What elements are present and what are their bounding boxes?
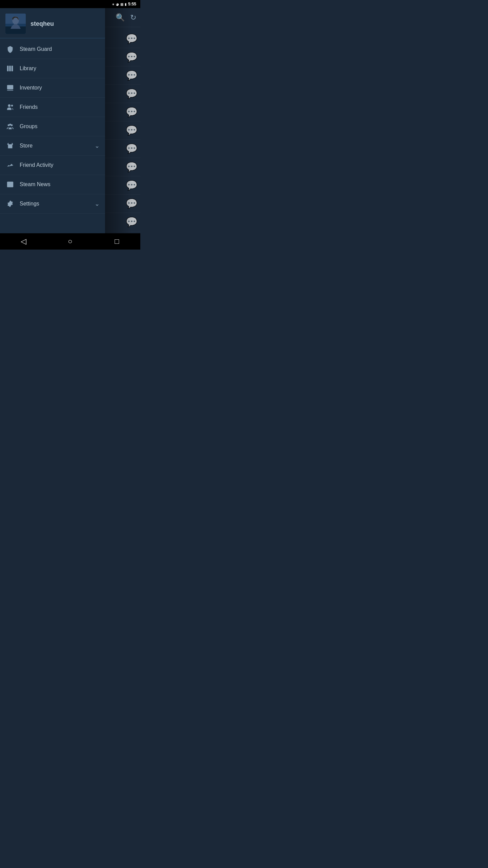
sidebar-item-steam-guard[interactable]: Steam Guard [0, 40, 105, 59]
sidebar-item-store[interactable]: Store ⌄ [0, 136, 105, 156]
sidebar-item-label: Steam Guard [20, 46, 100, 52]
signal-icon: ▩ [120, 2, 123, 6]
sidebar-item-label: Steam News [20, 181, 100, 188]
home-button[interactable]: ○ [60, 233, 80, 250]
sidebar-item-label: Friend Activity [20, 162, 100, 168]
sidebar-item-label: Friends [20, 104, 100, 110]
avatar-image [5, 14, 26, 34]
shield-icon [5, 44, 15, 54]
sidebar-drawer: steqheu Steam Guard [0, 8, 105, 233]
list-item[interactable]: 💬 [105, 66, 140, 85]
list-item[interactable]: 💬 [105, 103, 140, 121]
chat-bubble-icon: 💬 [126, 161, 138, 173]
svg-point-13 [11, 105, 13, 107]
inventory-icon [5, 83, 15, 93]
list-item[interactable]: 💬 [105, 121, 140, 140]
home-icon: ○ [68, 237, 72, 246]
list-item[interactable]: 💬 [105, 158, 140, 176]
bottom-nav-bar: ◁ ○ □ [0, 233, 140, 250]
chat-bubble-icon: 💬 [126, 198, 138, 209]
chat-bubble-icon: 💬 [126, 143, 138, 154]
status-icons: ∗ ◕ ▩ ▮ 5:55 [112, 2, 136, 6]
wifi-icon: ◕ [116, 2, 119, 6]
sidebar-item-steam-news[interactable]: Steam News [0, 175, 105, 194]
activity-icon [5, 160, 15, 170]
sidebar-item-friend-activity[interactable]: Friend Activity [0, 156, 105, 175]
friends-icon [5, 102, 15, 112]
sidebar-item-friends[interactable]: Friends [0, 98, 105, 117]
svg-rect-9 [11, 86, 12, 87]
chat-bubble-icon: 💬 [126, 88, 138, 99]
sidebar-item-groups[interactable]: Groups [0, 117, 105, 136]
bluetooth-icon: ∗ [112, 2, 115, 6]
svg-rect-22 [8, 183, 10, 184]
svg-point-16 [9, 124, 11, 126]
sidebar-nav: Steam Guard Library [0, 38, 105, 233]
avatar [5, 14, 26, 34]
sidebar-item-inventory[interactable]: Inventory [0, 78, 105, 98]
svg-rect-4 [7, 66, 9, 72]
list-item[interactable]: 💬 [105, 30, 140, 48]
groups-icon [5, 122, 15, 131]
chevron-down-icon: ⌄ [95, 200, 100, 208]
list-item[interactable]: 💬 [105, 140, 140, 158]
list-item[interactable]: 💬 [105, 213, 140, 231]
sidebar-item-library[interactable]: Library [0, 59, 105, 78]
gear-icon [5, 199, 15, 209]
status-time: 5:55 [128, 2, 136, 6]
sidebar-item-label: Settings [20, 201, 95, 207]
svg-rect-6 [12, 66, 13, 72]
chat-bubble-icon: 💬 [126, 33, 138, 44]
sidebar-item-label: Groups [20, 123, 100, 130]
chevron-down-icon: ⌄ [95, 142, 100, 150]
news-icon [5, 180, 15, 189]
list-item[interactable]: 💬 [105, 176, 140, 195]
chat-bubble-icon: 💬 [126, 52, 138, 63]
sidebar-item-settings[interactable]: Settings ⌄ [0, 194, 105, 214]
chat-bubble-icon: 💬 [126, 70, 138, 81]
svg-rect-11 [7, 90, 13, 91]
sidebar-item-label: Store [20, 143, 95, 149]
svg-point-12 [8, 104, 11, 107]
svg-rect-10 [11, 87, 12, 88]
battery-icon: ▮ [125, 2, 127, 6]
main-container: steqheu Steam Guard [0, 8, 140, 233]
svg-rect-5 [9, 66, 11, 72]
store-icon [5, 141, 15, 151]
sidebar-item-label: Library [20, 65, 100, 72]
status-bar: ∗ ◕ ▩ ▮ 5:55 [0, 0, 140, 8]
chat-bubble-icon: 💬 [126, 180, 138, 191]
chat-bubble-icon: 💬 [126, 106, 138, 118]
profile-header[interactable]: steqheu [0, 8, 105, 38]
username-label: steqheu [30, 20, 54, 27]
library-icon [5, 64, 15, 73]
top-bar: 🔍 ↻ [105, 8, 140, 27]
back-icon: ◁ [21, 237, 26, 246]
svg-rect-8 [8, 86, 10, 88]
back-button[interactable]: ◁ [13, 233, 34, 250]
content-list: 💬 💬 💬 💬 💬 💬 💬 💬 [105, 27, 140, 233]
list-item[interactable]: 💬 [105, 195, 140, 213]
sidebar-item-label: Inventory [20, 85, 100, 91]
list-item[interactable]: 💬 [105, 85, 140, 103]
content-area: 🔍 ↻ 💬 💬 💬 💬 💬 💬 💬 [105, 8, 140, 233]
chat-bubble-icon: 💬 [126, 216, 138, 228]
refresh-icon[interactable]: ↻ [130, 13, 136, 22]
search-icon[interactable]: 🔍 [116, 13, 125, 22]
chat-bubble-icon: 💬 [126, 125, 138, 136]
recents-icon: □ [115, 237, 119, 246]
svg-rect-18 [7, 182, 13, 188]
recents-button[interactable]: □ [107, 233, 127, 250]
list-item[interactable]: 💬 [105, 48, 140, 66]
